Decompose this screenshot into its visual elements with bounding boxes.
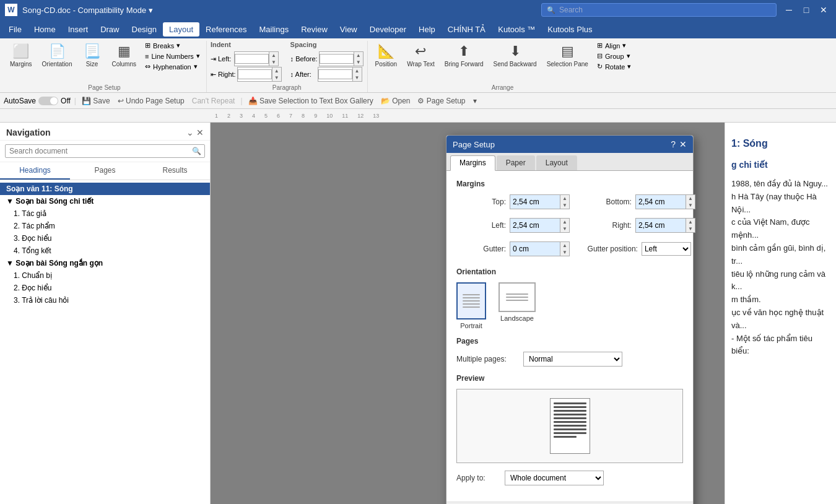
save-button[interactable]: 💾 Save <box>80 97 112 105</box>
dialog-close-button[interactable]: ✕ <box>679 139 687 149</box>
menu-developer[interactable]: Developer <box>364 22 412 37</box>
top-margin-up[interactable]: ▲ <box>560 195 569 202</box>
spacing-before-up[interactable]: ▲ <box>354 52 363 59</box>
menu-draw[interactable]: Draw <box>94 22 125 37</box>
preview-box <box>456 389 683 463</box>
autosave-toggle[interactable]: AutoSave Off <box>4 97 71 105</box>
menu-chinh-ta[interactable]: CHÍNH TẢ <box>442 22 492 37</box>
indent-left-input[interactable] <box>235 54 269 64</box>
spacing-group: Spacing ↕ Before: ▲ ▼ ↕ After: <box>290 41 364 82</box>
margins-top-bottom-row: Top: ▲ ▼ Bottom: <box>456 194 683 214</box>
indent-left-up[interactable]: ▲ <box>269 52 278 59</box>
undo-button[interactable]: ↩ Undo Page Setup <box>116 97 186 105</box>
ribbon-wrap-text-button[interactable]: ↩ Wrap Text <box>403 41 438 70</box>
nav-close-button[interactable]: ✕ <box>196 128 204 137</box>
right-margin-down[interactable]: ▼ <box>686 225 695 232</box>
menu-mailings[interactable]: Mailings <box>253 22 295 37</box>
open-button[interactable]: 📂 Open <box>379 97 412 105</box>
page-setup-quick-button[interactable]: ⚙ Page Setup <box>416 97 467 105</box>
tab-results[interactable]: Results <box>140 162 210 180</box>
landscape-option[interactable]: Landscape <box>499 282 536 329</box>
left-margin-input[interactable] <box>510 219 560 232</box>
tab-pages[interactable]: Pages <box>70 162 140 180</box>
spacing-after-up[interactable]: ▲ <box>353 67 362 74</box>
search-bar[interactable]: 🔍 Search <box>541 3 777 17</box>
nav-item-tong-ket[interactable]: 4. Tổng kết <box>0 245 210 257</box>
close-button[interactable]: ✕ <box>816 2 831 17</box>
bottom-margin-up[interactable]: ▲ <box>686 195 695 202</box>
menu-review[interactable]: Review <box>295 22 334 37</box>
menu-kutools-plus[interactable]: Kutools Plus <box>541 22 598 37</box>
search-input[interactable] <box>5 144 205 158</box>
ribbon-columns-button[interactable]: ▦ Columns <box>108 41 140 70</box>
gutter-input[interactable] <box>510 242 560 256</box>
ribbon-size-button[interactable]: 📃 Size <box>79 41 106 70</box>
nav-item-soan-bai-song-chi-tiet[interactable]: ▼ Soạn bài Sóng chi tiết <box>0 195 210 207</box>
right-margin-up[interactable]: ▲ <box>686 219 695 225</box>
right-margin-input[interactable] <box>636 219 686 232</box>
indent-right-down[interactable]: ▼ <box>272 74 281 81</box>
ribbon-bring-forward-button[interactable]: ⬆ Bring Forward <box>441 41 487 70</box>
menu-layout[interactable]: Layout <box>163 22 199 37</box>
ribbon-hyphenation-button[interactable]: ⇔ Hyphenation ▾ <box>142 62 202 71</box>
ribbon-selection-pane-button[interactable]: ▤ Selection Pane <box>543 41 592 70</box>
nav-item-tac-gia[interactable]: 1. Tác giả <box>0 207 210 220</box>
bottom-margin-down[interactable]: ▼ <box>686 202 695 209</box>
menu-file[interactable]: File <box>2 22 28 37</box>
ribbon-orientation-button[interactable]: 📄 Orientation <box>38 41 76 70</box>
left-margin-down[interactable]: ▼ <box>560 225 569 232</box>
ribbon-rotate-button[interactable]: ↻ Rotate ▾ <box>594 62 634 71</box>
menu-view[interactable]: View <box>334 22 364 37</box>
dialog-tab-paper[interactable]: Paper <box>497 155 535 170</box>
nav-item-doc-hieu-1[interactable]: 3. Đọc hiểu <box>0 232 210 245</box>
gutter-position-select[interactable]: Left Top <box>642 242 691 256</box>
dialog-tab-margins[interactable]: Margins <box>450 155 495 171</box>
spacing-after-down[interactable]: ▼ <box>353 74 362 81</box>
spacing-before-input[interactable] <box>320 54 354 64</box>
ribbon-group-button[interactable]: ⊟ Group ▾ <box>594 51 634 61</box>
apply-select[interactable]: Whole document This section <box>505 471 604 485</box>
menu-insert[interactable]: Insert <box>62 22 95 37</box>
dialog-tab-layout[interactable]: Layout <box>536 155 577 170</box>
ribbon-send-backward-button[interactable]: ⬇ Send Backward <box>490 41 541 70</box>
multiple-pages-select[interactable]: Normal Mirror margins 2 pages per sheet … <box>523 352 622 367</box>
ribbon-position-button[interactable]: 📐 Position <box>372 41 401 70</box>
quick-dropdown-button[interactable]: ▾ <box>471 97 479 105</box>
gutter-up[interactable]: ▲ <box>560 242 569 249</box>
top-margin-input[interactable] <box>510 195 560 209</box>
title-bar: W Song-CD.doc - Compatibility Mode ▾ 🔍 S… <box>0 0 836 20</box>
indent-right-up[interactable]: ▲ <box>272 67 281 74</box>
nav-item-doc-hieu-2[interactable]: 2. Đọc hiểu <box>0 282 210 294</box>
nav-item-chuan-bi[interactable]: 1. Chuẩn bị <box>0 269 210 282</box>
ribbon-breaks-button[interactable]: ⊞ Breaks ▾ <box>142 41 202 50</box>
maximize-button[interactable]: □ <box>799 2 814 17</box>
bottom-margin-input[interactable] <box>636 195 686 209</box>
autosave-track[interactable] <box>38 97 58 105</box>
menu-design[interactable]: Design <box>126 22 163 37</box>
spacing-before-down[interactable]: ▼ <box>354 59 363 66</box>
ribbon-margins-button[interactable]: ⬜ Margins <box>6 41 36 70</box>
nav-item-tac-pham[interactable]: 2. Tác phẩm <box>0 220 210 232</box>
ribbon-align-button[interactable]: ⊞ Align ▾ <box>594 41 634 50</box>
nav-item-song-van-11[interactable]: Soạn văn 11: Sóng <box>0 183 210 195</box>
redo-button[interactable]: Can't Repeat <box>190 97 237 105</box>
menu-home[interactable]: Home <box>28 22 62 37</box>
minimize-button[interactable]: ─ <box>782 2 796 17</box>
indent-right-input[interactable] <box>238 69 272 79</box>
dialog-help-button[interactable]: ? <box>671 139 676 149</box>
nav-item-tra-loi[interactable]: 3. Trả lời câu hỏi <box>0 294 210 306</box>
nav-collapse-button[interactable]: ⌄ <box>186 128 194 137</box>
portrait-option[interactable]: Portrait <box>456 282 486 329</box>
menu-kutools[interactable]: Kutools ™ <box>492 22 541 37</box>
tab-headings[interactable]: Headings <box>0 162 70 180</box>
top-margin-down[interactable]: ▼ <box>560 202 569 209</box>
spacing-after-input[interactable] <box>318 69 352 79</box>
nav-item-soan-bai-song-ngan-gon[interactable]: ▼ Soạn bài Sóng ngắn gọn <box>0 257 210 269</box>
left-margin-up[interactable]: ▲ <box>560 219 569 225</box>
menu-help[interactable]: Help <box>412 22 442 37</box>
save-selection-button[interactable]: 📥 Save Selection to Text Box Gallery <box>246 97 375 105</box>
ribbon-line-numbers-button[interactable]: ≡ Line Numbers ▾ <box>142 51 202 61</box>
indent-left-down[interactable]: ▼ <box>269 59 278 66</box>
gutter-down[interactable]: ▼ <box>560 249 569 256</box>
menu-references[interactable]: References <box>199 22 253 37</box>
